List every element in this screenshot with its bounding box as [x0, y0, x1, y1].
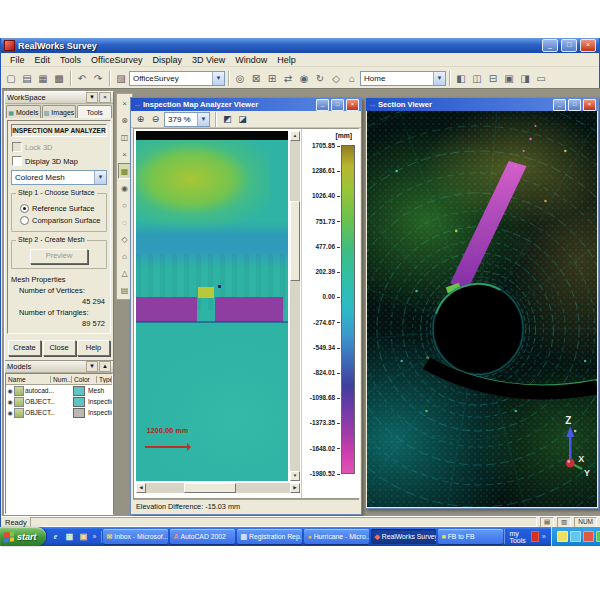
collapse-icon[interactable]: ▼: [86, 361, 98, 372]
close-button[interactable]: Close: [43, 340, 76, 356]
split-icon[interactable]: ◨: [517, 70, 533, 86]
show-desktop-icon[interactable]: ▦: [64, 531, 76, 543]
eye-icon[interactable]: ◉: [6, 409, 14, 416]
zoom-level-combo[interactable]: 379 % ▼: [164, 112, 210, 127]
comparison-surface-radio[interactable]: Comparison Surface: [20, 216, 103, 225]
zoom-out-icon[interactable]: ⊖: [149, 113, 162, 126]
help-button[interactable]: Help: [77, 340, 110, 356]
maximize-icon[interactable]: □: [568, 99, 581, 111]
redo-icon[interactable]: ↷: [90, 70, 106, 86]
horizontal-scrollbar[interactable]: ◀ ▶: [136, 483, 300, 493]
maximize-icon[interactable]: □: [561, 39, 577, 52]
close-icon[interactable]: ×: [99, 92, 111, 103]
home-tool-icon[interactable]: ⌂: [344, 70, 360, 86]
scale-options-icon[interactable]: ◪: [236, 113, 249, 126]
reference-surface-radio[interactable]: Reference Surface: [20, 204, 103, 213]
radio-icon[interactable]: [20, 216, 29, 225]
table-row[interactable]: ◉ OBJECT... Inspectio...: [6, 396, 112, 407]
menu-edit[interactable]: Edit: [30, 55, 56, 65]
tile-horizontal-icon[interactable]: ◫: [469, 70, 485, 86]
preview-button[interactable]: Preview: [30, 249, 88, 264]
workspace-icon[interactable]: ▨: [113, 70, 129, 86]
tab-tools[interactable]: Tools: [77, 105, 112, 118]
inspection-map-canvas[interactable]: 1200.00 mm: [136, 131, 288, 481]
menu-tools[interactable]: Tools: [55, 55, 86, 65]
new-icon[interactable]: ▢: [3, 70, 19, 86]
minimize-icon[interactable]: _: [316, 99, 329, 111]
undo-icon[interactable]: ↶: [74, 70, 90, 86]
sampling-icon[interactable]: ⊞: [264, 70, 280, 86]
minimize-icon[interactable]: _: [542, 39, 558, 52]
pick-icon[interactable]: ◇: [328, 70, 344, 86]
pin-icon[interactable]: ▲: [99, 361, 111, 372]
lock-3d-checkbox[interactable]: Lock 3D: [12, 142, 106, 152]
title-bar[interactable]: RealWorks Survey _ □ ×: [1, 38, 599, 53]
section-canvas[interactable]: Z X Y: [367, 111, 597, 507]
checkbox-icon[interactable]: [12, 156, 22, 166]
mesh-type-combo[interactable]: Colored Mesh ▼: [11, 170, 107, 185]
new-window-icon[interactable]: ▣: [501, 70, 517, 86]
open-icon[interactable]: ▤: [19, 70, 35, 86]
menu-file[interactable]: File: [5, 55, 30, 65]
antivirus-icon[interactable]: [583, 531, 594, 542]
color-swatch[interactable]: [73, 397, 85, 407]
menu-help[interactable]: Help: [272, 55, 301, 65]
overflow-chevron-icon[interactable]: »: [541, 533, 547, 540]
chevron-down-icon[interactable]: ▼: [212, 72, 224, 85]
ie-icon[interactable]: e: [50, 531, 62, 543]
save-icon[interactable]: ▦: [35, 70, 51, 86]
radio-icon[interactable]: [20, 204, 29, 213]
task-autocad[interactable]: A AutoCAD 2002: [170, 529, 235, 544]
measure-icon[interactable]: ⇄: [280, 70, 296, 86]
table-row[interactable]: ◉ OBJECT... Inspectio...: [6, 407, 112, 418]
color-swatch[interactable]: [73, 386, 85, 396]
task-hurricane[interactable]: ● Hurricane - Micro...: [304, 529, 369, 544]
color-swatch[interactable]: [73, 408, 85, 418]
zoom-in-icon[interactable]: ⊕: [134, 113, 147, 126]
scroll-up-icon[interactable]: ▲: [290, 131, 300, 141]
task-registration-report[interactable]: ▤ Registration Rep...: [237, 529, 302, 544]
segmentation-icon[interactable]: ⊠: [248, 70, 264, 86]
section-viewer-title-bar[interactable]: ↔ Section Viewer _ □ ×: [366, 98, 598, 111]
collapse-icon[interactable]: ▼: [86, 92, 98, 103]
eye-icon[interactable]: ◉: [6, 387, 14, 394]
scroll-left-icon[interactable]: ◀: [136, 483, 146, 493]
print-icon[interactable]: ▩: [51, 70, 67, 86]
media-player-icon[interactable]: ▣: [78, 531, 90, 543]
tab-images[interactable]: ▧ Images: [42, 105, 77, 118]
annotation-icon[interactable]: ◉: [296, 70, 312, 86]
task-inbox[interactable]: ✉ Inbox - Microsof...: [103, 529, 168, 544]
network-icon[interactable]: [570, 531, 581, 542]
mytools-toolbar[interactable]: my Tools »: [504, 529, 550, 544]
create-button[interactable]: Create: [8, 340, 41, 356]
volume-icon[interactable]: [557, 531, 568, 542]
chevron-down-icon[interactable]: ▼: [94, 171, 106, 184]
chevron-down-icon[interactable]: ▼: [197, 113, 209, 126]
menu-display[interactable]: Display: [147, 55, 187, 65]
overflow-chevron-icon[interactable]: »: [92, 533, 98, 540]
menu-window[interactable]: Window: [230, 55, 272, 65]
maximize-icon[interactable]: □: [331, 99, 344, 111]
eye-icon[interactable]: ◉: [6, 398, 14, 405]
tile-vertical-icon[interactable]: ⊟: [485, 70, 501, 86]
close-icon[interactable]: ×: [346, 99, 359, 111]
close-icon[interactable]: ×: [580, 39, 596, 52]
scrollbar-thumb[interactable]: [184, 483, 236, 493]
scroll-right-icon[interactable]: ▶: [290, 483, 300, 493]
close-icon[interactable]: ×: [583, 99, 596, 111]
update-icon[interactable]: [596, 531, 600, 542]
scrollbar-thumb[interactable]: [290, 201, 300, 281]
mode-combo[interactable]: OfficeSurvey ▼: [129, 71, 225, 86]
arrange-icon[interactable]: ▭: [533, 70, 549, 86]
start-button[interactable]: start: [0, 527, 46, 546]
scroll-down-icon[interactable]: ▼: [290, 471, 300, 481]
refresh-icon[interactable]: ↻: [312, 70, 328, 86]
vertical-scrollbar[interactable]: ▲ ▼: [290, 131, 300, 481]
task-folder[interactable]: ■ FB to FB: [438, 529, 503, 544]
map-viewer-title-bar[interactable]: ↔ Inspection Map Analyzer Viewer _ □ ×: [131, 98, 361, 111]
task-realworks-survey[interactable]: ◆ RealWorks Survey: [371, 529, 436, 544]
target-icon[interactable]: ◎: [232, 70, 248, 86]
tab-models[interactable]: ▦ Models: [6, 105, 41, 118]
menu-officesurvey[interactable]: OfficeSurvey: [86, 55, 147, 65]
chevron-down-icon[interactable]: ▼: [433, 72, 445, 85]
